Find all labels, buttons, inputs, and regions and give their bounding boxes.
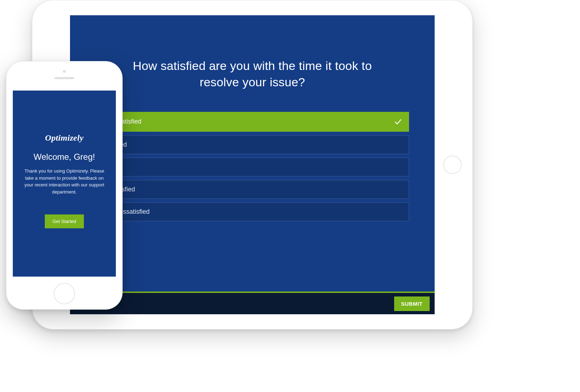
- option-dissatisfied[interactable]: Dissatisfied: [96, 180, 409, 199]
- phone-device-frame: Optimizely Welcome, Greg! Thank you for …: [6, 61, 123, 310]
- intro-text: Thank you for using Optimizely. Please t…: [20, 168, 109, 195]
- phone-screen: Optimizely Welcome, Greg! Thank you for …: [13, 91, 116, 277]
- survey-panel: How satisfied are you with the time it t…: [70, 15, 435, 292]
- option-very-dissatisfied[interactable]: Very Dissatisfied: [96, 202, 409, 221]
- option-very-satisfied[interactable]: Very Satisfied: [96, 112, 409, 132]
- phone-home-button[interactable]: [54, 283, 75, 304]
- option-satisfied[interactable]: Satisfied: [96, 135, 409, 154]
- phone-camera-icon: [63, 70, 66, 73]
- get-started-button[interactable]: Get Started: [45, 214, 84, 228]
- tablet-screen: How satisfied are you with the time it t…: [70, 15, 435, 314]
- option-neutral[interactable]: Neutral: [96, 158, 409, 176]
- optimizely-logo: Optimizely: [45, 133, 84, 143]
- phone-speaker-icon: [54, 77, 74, 79]
- survey-question: How satisfied are you with the time it t…: [117, 58, 387, 91]
- submit-button[interactable]: SUBMIT: [394, 296, 430, 311]
- survey-options: Very Satisfied Satisfied Neutral Dissati…: [96, 112, 409, 221]
- welcome-heading: Welcome, Greg!: [34, 152, 95, 162]
- tablet-home-button[interactable]: [443, 156, 462, 174]
- check-icon: [394, 118, 402, 126]
- survey-footer: SUBMIT: [70, 292, 435, 314]
